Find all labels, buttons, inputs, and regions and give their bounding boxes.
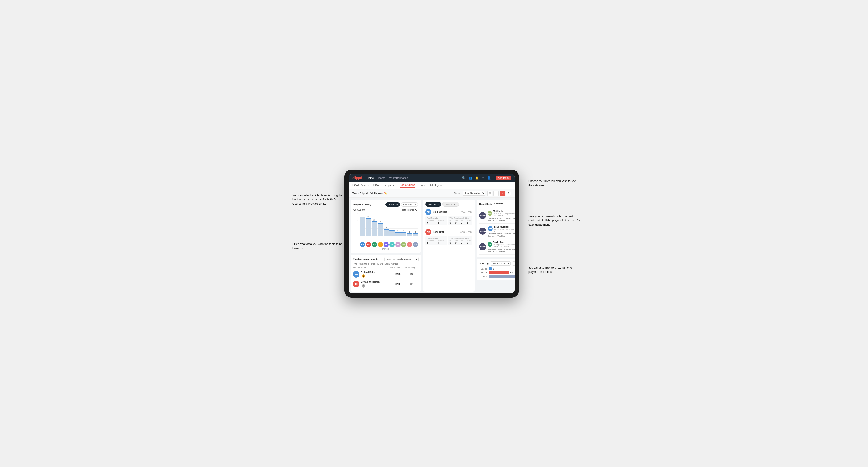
sub-nav-all-players[interactable]: All Players	[430, 184, 442, 187]
ap-putt-1: 1	[467, 221, 471, 224]
list-view-button[interactable]: ≡	[493, 191, 499, 196]
x-axis-title: Players	[353, 248, 418, 250]
shot-item-3[interactable]: 198 SG DF David Ford 24 Aug 2023 · Royal…	[479, 239, 515, 255]
ap-practice-1: Practice 6	[438, 220, 444, 224]
shot-item-1[interactable]: 200 SG MM Matt Miller 09 Jun 2023 · Roya…	[479, 208, 515, 224]
bar-9	[413, 233, 418, 236]
ap-val-practice-1: 6	[438, 221, 444, 224]
ap-stat-label-activities-1: Total Practice Activities	[450, 217, 471, 219]
bar-value-7: 3	[403, 229, 404, 231]
shot-sg-badge-1: 200 SG	[479, 212, 486, 219]
grid-line-top	[360, 213, 418, 213]
sc-bar-container-eagles: 3	[489, 268, 515, 270]
ap-tournament-1: Tournament 7	[427, 220, 435, 224]
most-active-panel: Most Active Least Active BM Blair McHarg…	[423, 199, 475, 291]
leaderboard-dropdown[interactable]: PUTT Must Make Putting ...	[384, 257, 418, 261]
ap-sublabel-practice-1: Practice	[438, 220, 444, 221]
nav-home[interactable]: Home	[367, 177, 374, 179]
mini-avatar-7: MM	[401, 242, 406, 247]
ap-sublabel-tournament-1: Tournament	[427, 220, 435, 221]
all-shots-tab[interactable]: All Shots	[494, 203, 503, 205]
grid-view-button[interactable]: ⊞	[487, 191, 493, 196]
shot-player-name-2: Blair McHarg	[494, 225, 515, 228]
shot-player-header-1: MM Matt Miller 09 Jun 2023 · Royal North…	[488, 210, 515, 217]
shot-player-name-1: Matt Miller	[493, 210, 515, 213]
edit-icon[interactable]: ✏️	[384, 192, 387, 195]
sub-nav-tour[interactable]: Tour	[420, 184, 425, 187]
heart-view-button[interactable]: ♥	[500, 191, 505, 196]
main-grid: Player Activity On Course Practice Drill…	[349, 198, 515, 293]
bell-icon[interactable]: 🔔	[475, 176, 479, 180]
mini-avatar-8: EC	[407, 242, 412, 247]
bar-5	[390, 230, 395, 236]
bar-value-3: 9	[380, 220, 381, 222]
time-filter-dropdown[interactable]: Last 3 months	[463, 191, 486, 195]
practice-drills-tab[interactable]: Practice Drills	[401, 203, 418, 207]
chevron-down-icon[interactable]: ▾	[504, 203, 506, 205]
bar-6	[395, 231, 401, 236]
activity-tabs: Most Active Least Active	[425, 202, 472, 207]
sub-nav-pgat[interactable]: PGAT Players	[352, 184, 369, 187]
sub-nav-hcaps[interactable]: Hcaps 1-5	[383, 184, 395, 187]
scoring-player-dropdown[interactable]: All Players	[512, 261, 515, 266]
mini-avatar-2: DF	[372, 242, 377, 247]
chart-metric-dropdown[interactable]: Total Rounds	[401, 209, 418, 211]
ap-stat-label-rounds-1: Total Rounds	[427, 217, 445, 219]
nav-my-performance[interactable]: My Performance	[389, 177, 408, 179]
scoring-row-birdies: Birdies 96	[479, 271, 515, 274]
ap-gtt-1: 0	[450, 221, 453, 224]
ap-stat-activities-2: Total Practice Activities GTT 0 APP 0	[448, 236, 472, 245]
shot-player-info-1: MM Matt Miller 09 Jun 2023 · Royal North…	[488, 210, 515, 221]
activity-player-1: BM Blair McHarg 26 Aug 2023 Total Rounds…	[425, 209, 472, 227]
sc-label-eagles: Eagles	[479, 268, 487, 270]
mini-avatar-1: RB	[366, 242, 371, 247]
left-column: Player Activity On Course Practice Drill…	[350, 199, 421, 291]
nav-links: Home Teams My Performance	[367, 177, 457, 179]
bar-group-7: 3	[401, 229, 406, 236]
leaderboard-title: Practice Leaderboards	[353, 258, 378, 260]
avatar-icon[interactable]: 👤	[487, 176, 491, 180]
mini-avatar-3: JC	[378, 242, 383, 247]
ap-stats-2: Total Rounds Tournament 8 Practice 4	[425, 236, 472, 245]
ap-stat-row-activities-2: GTT 0 APP 0 ARG 0	[450, 240, 471, 244]
scoring-title: Scoring	[479, 262, 489, 265]
ap-avatar-2: RB	[425, 229, 431, 235]
bar-group-0: 13	[360, 214, 365, 236]
bar-4	[383, 229, 389, 236]
sub-nav-pga[interactable]: PGA	[373, 184, 379, 187]
top-nav: clippd Home Teams My Performance 🔍 👥 🔔 ⊕…	[349, 174, 515, 182]
ap-avatar-1: BM	[425, 209, 431, 215]
shot-player-info-2: BM Blair McHarg 23 Jul 2023 · Ashridge G…	[488, 225, 515, 237]
settings-view-button[interactable]: ⚙	[506, 191, 511, 196]
col-pb-score: PB Score	[390, 267, 404, 269]
bar-value-5: 4	[392, 228, 393, 230]
chart-controls: On Course Total Rounds	[353, 209, 418, 211]
ap-name-1: Blair McHarg	[433, 211, 447, 213]
ap-arg-2: 0	[461, 241, 464, 244]
nav-teams[interactable]: Teams	[378, 177, 385, 179]
plus-circle-icon[interactable]: ⊕	[482, 176, 484, 180]
sc-label-pars: Pars	[479, 275, 487, 278]
right-column: Best Shots All Shots ▾ All Players 200 S…	[477, 199, 515, 291]
search-icon[interactable]: 🔍	[462, 176, 466, 180]
lb-player-name-2: Edward Crossman	[361, 281, 379, 283]
sub-nav-team-clippd[interactable]: Team Clippd	[400, 184, 415, 188]
on-course-tab[interactable]: On Course	[385, 203, 400, 207]
bar-group-5: 4	[390, 228, 395, 236]
bar-group-2: 10	[372, 219, 377, 236]
y-label-10: 10	[357, 220, 360, 222]
add-team-button[interactable]: Add Team	[496, 176, 511, 180]
scoring-par-dropdown[interactable]: Par 3, 4 & 5s	[490, 261, 511, 266]
shot-item-2[interactable]: 200 SG BM Blair McHarg 23 Jul 2023 · Ash…	[479, 224, 515, 239]
leaderboard-header: Practice Leaderboards PUTT Must Make Put…	[353, 257, 418, 261]
users-icon[interactable]: 👥	[468, 176, 472, 180]
most-active-tab[interactable]: Most Active	[425, 202, 441, 207]
bar-value-4: 5	[385, 227, 386, 228]
sc-bar-pars	[489, 275, 515, 278]
lb-score-2: 18/20	[390, 283, 404, 285]
shot-avatar-2: BM	[488, 226, 493, 231]
least-active-tab[interactable]: Least Active	[442, 202, 459, 207]
bar-group-4: 5	[383, 227, 389, 236]
ap-gtt-2: 0	[450, 241, 453, 244]
leaderboard-columns: Player Name PB Score PB Avg SQ	[353, 267, 418, 269]
